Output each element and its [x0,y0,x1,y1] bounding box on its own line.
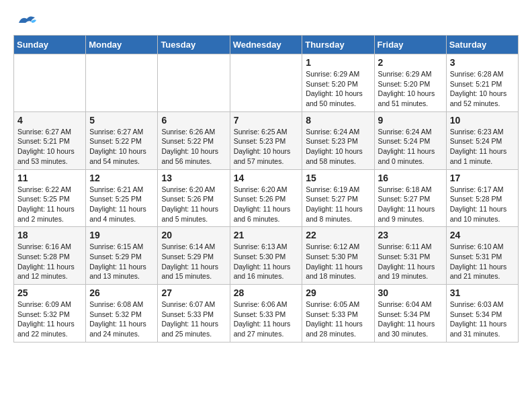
day-cell: 8Sunrise: 6:24 AM Sunset: 5:23 PM Daylig… [302,111,374,169]
day-info: Sunrise: 6:26 AM Sunset: 5:22 PM Dayligh… [161,127,226,167]
day-info: Sunrise: 6:11 AM Sunset: 5:31 PM Dayligh… [378,242,443,281]
logo-bird-icon [16,13,38,28]
day-header-sunday: Sunday [14,36,86,54]
header [13,13,519,28]
day-info: Sunrise: 6:07 AM Sunset: 5:33 PM Dayligh… [161,300,226,339]
day-cell: 20Sunrise: 6:14 AM Sunset: 5:29 PM Dayli… [158,227,230,285]
day-number: 16 [378,173,443,183]
day-info: Sunrise: 6:27 AM Sunset: 5:21 PM Dayligh… [17,127,82,167]
day-number: 27 [161,287,226,298]
day-cell: 6Sunrise: 6:26 AM Sunset: 5:22 PM Daylig… [158,111,230,169]
day-cell: 15Sunrise: 6:19 AM Sunset: 5:27 PM Dayli… [302,169,374,227]
day-cell: 17Sunrise: 6:17 AM Sunset: 5:28 PM Dayli… [446,169,518,227]
day-cell: 25Sunrise: 6:09 AM Sunset: 5:32 PM Dayli… [14,285,86,342]
day-cell: 21Sunrise: 6:13 AM Sunset: 5:30 PM Dayli… [230,227,302,285]
day-info: Sunrise: 6:18 AM Sunset: 5:27 PM Dayligh… [378,185,443,224]
day-header-monday: Monday [86,36,158,54]
day-info: Sunrise: 6:20 AM Sunset: 5:26 PM Dayligh… [234,185,299,224]
day-cell: 26Sunrise: 6:08 AM Sunset: 5:32 PM Dayli… [86,285,158,342]
day-number: 12 [89,173,154,183]
day-number: 23 [378,230,443,240]
day-number: 17 [450,173,515,183]
day-cell [158,54,230,112]
day-cell: 23Sunrise: 6:11 AM Sunset: 5:31 PM Dayli… [374,227,446,285]
day-cell: 28Sunrise: 6:06 AM Sunset: 5:33 PM Dayli… [230,285,302,342]
day-number: 30 [378,287,443,298]
calendar-table: SundayMondayTuesdayWednesdayThursdayFrid… [13,35,519,342]
day-info: Sunrise: 6:05 AM Sunset: 5:33 PM Dayligh… [306,300,370,339]
day-number: 9 [378,115,443,126]
week-row-1: 1Sunrise: 6:29 AM Sunset: 5:20 PM Daylig… [14,54,519,112]
day-number: 13 [161,173,226,183]
day-number: 20 [161,230,226,240]
day-cell [230,54,302,112]
day-number: 18 [17,230,82,240]
day-cell: 12Sunrise: 6:21 AM Sunset: 5:25 PM Dayli… [86,169,158,227]
day-info: Sunrise: 6:14 AM Sunset: 5:29 PM Dayligh… [161,242,226,281]
day-header-wednesday: Wednesday [230,36,302,54]
day-cell: 10Sunrise: 6:23 AM Sunset: 5:24 PM Dayli… [446,111,518,169]
day-info: Sunrise: 6:03 AM Sunset: 5:34 PM Dayligh… [450,300,515,339]
day-cell: 1Sunrise: 6:29 AM Sunset: 5:20 PM Daylig… [302,54,374,112]
day-info: Sunrise: 6:24 AM Sunset: 5:24 PM Dayligh… [378,127,443,167]
day-cell: 4Sunrise: 6:27 AM Sunset: 5:21 PM Daylig… [14,111,86,169]
day-header-thursday: Thursday [302,36,374,54]
day-info: Sunrise: 6:27 AM Sunset: 5:22 PM Dayligh… [89,127,154,167]
day-header-saturday: Saturday [446,36,518,54]
day-number: 29 [306,287,370,298]
day-number: 15 [306,173,370,183]
day-cell: 31Sunrise: 6:03 AM Sunset: 5:34 PM Dayli… [446,285,518,342]
day-info: Sunrise: 6:09 AM Sunset: 5:32 PM Dayligh… [17,300,82,339]
day-cell: 7Sunrise: 6:25 AM Sunset: 5:23 PM Daylig… [230,111,302,169]
logo [13,13,38,28]
day-cell [86,54,158,112]
day-info: Sunrise: 6:13 AM Sunset: 5:30 PM Dayligh… [234,242,299,281]
day-number: 28 [234,287,299,298]
day-number: 10 [450,115,515,126]
day-info: Sunrise: 6:04 AM Sunset: 5:34 PM Dayligh… [378,300,443,339]
day-cell: 9Sunrise: 6:24 AM Sunset: 5:24 PM Daylig… [374,111,446,169]
day-cell: 30Sunrise: 6:04 AM Sunset: 5:34 PM Dayli… [374,285,446,342]
day-number: 24 [450,230,515,240]
day-info: Sunrise: 6:20 AM Sunset: 5:26 PM Dayligh… [161,185,226,224]
day-info: Sunrise: 6:24 AM Sunset: 5:23 PM Dayligh… [306,127,370,167]
week-row-2: 4Sunrise: 6:27 AM Sunset: 5:21 PM Daylig… [14,111,519,169]
day-info: Sunrise: 6:16 AM Sunset: 5:28 PM Dayligh… [17,242,82,281]
day-cell: 22Sunrise: 6:12 AM Sunset: 5:30 PM Dayli… [302,227,374,285]
day-number: 25 [17,287,82,298]
day-info: Sunrise: 6:17 AM Sunset: 5:28 PM Dayligh… [450,185,515,224]
day-info: Sunrise: 6:29 AM Sunset: 5:20 PM Dayligh… [378,69,443,109]
day-cell: 11Sunrise: 6:22 AM Sunset: 5:25 PM Dayli… [14,169,86,227]
day-info: Sunrise: 6:19 AM Sunset: 5:27 PM Dayligh… [306,185,370,224]
day-header-friday: Friday [374,36,446,54]
day-number: 8 [306,115,370,126]
day-info: Sunrise: 6:23 AM Sunset: 5:24 PM Dayligh… [450,127,515,167]
week-row-5: 25Sunrise: 6:09 AM Sunset: 5:32 PM Dayli… [14,285,519,342]
days-header-row: SundayMondayTuesdayWednesdayThursdayFrid… [14,36,519,54]
day-number: 26 [89,287,154,298]
day-cell: 5Sunrise: 6:27 AM Sunset: 5:22 PM Daylig… [86,111,158,169]
day-info: Sunrise: 6:28 AM Sunset: 5:21 PM Dayligh… [450,69,515,109]
day-cell: 16Sunrise: 6:18 AM Sunset: 5:27 PM Dayli… [374,169,446,227]
day-number: 22 [306,230,370,240]
day-cell [14,54,86,112]
day-header-tuesday: Tuesday [158,36,230,54]
day-info: Sunrise: 6:21 AM Sunset: 5:25 PM Dayligh… [89,185,154,224]
day-cell: 24Sunrise: 6:10 AM Sunset: 5:31 PM Dayli… [446,227,518,285]
day-info: Sunrise: 6:12 AM Sunset: 5:30 PM Dayligh… [306,242,370,281]
week-row-4: 18Sunrise: 6:16 AM Sunset: 5:28 PM Dayli… [14,227,519,285]
day-cell: 27Sunrise: 6:07 AM Sunset: 5:33 PM Dayli… [158,285,230,342]
week-row-3: 11Sunrise: 6:22 AM Sunset: 5:25 PM Dayli… [14,169,519,227]
day-cell: 19Sunrise: 6:15 AM Sunset: 5:29 PM Dayli… [86,227,158,285]
day-cell: 13Sunrise: 6:20 AM Sunset: 5:26 PM Dayli… [158,169,230,227]
day-number: 7 [234,115,299,126]
day-number: 1 [306,57,370,68]
day-number: 2 [378,57,443,68]
day-number: 11 [17,173,82,183]
day-info: Sunrise: 6:10 AM Sunset: 5:31 PM Dayligh… [450,242,515,281]
day-info: Sunrise: 6:22 AM Sunset: 5:25 PM Dayligh… [17,185,82,224]
day-number: 14 [234,173,299,183]
day-cell: 29Sunrise: 6:05 AM Sunset: 5:33 PM Dayli… [302,285,374,342]
day-number: 21 [234,230,299,240]
day-info: Sunrise: 6:08 AM Sunset: 5:32 PM Dayligh… [89,300,154,339]
